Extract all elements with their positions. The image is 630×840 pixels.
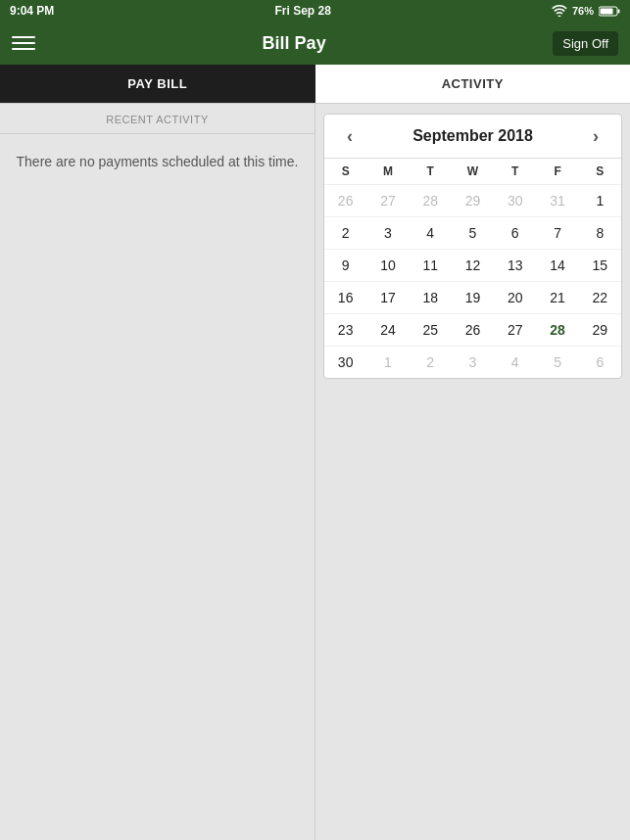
calendar-day[interactable]: 17 xyxy=(366,282,409,314)
calendar: ‹ September 2018 › SMTWTFS 2627282930311… xyxy=(323,114,622,379)
calendar-day[interactable]: 19 xyxy=(452,282,494,314)
calendar-day[interactable]: 22 xyxy=(579,282,621,314)
menu-button[interactable] xyxy=(12,36,35,50)
calendar-day[interactable]: 14 xyxy=(536,250,578,282)
calendar-day[interactable]: 3 xyxy=(452,347,494,379)
calendar-day[interactable]: 4 xyxy=(410,217,452,250)
calendar-day-header: T xyxy=(410,159,452,185)
calendar-day[interactable]: 30 xyxy=(494,185,536,217)
calendar-day-header: S xyxy=(324,159,366,185)
status-bar: 9:04 PM Fri Sep 28 76% xyxy=(0,0,630,22)
calendar-day[interactable]: 6 xyxy=(579,347,621,379)
calendar-day[interactable]: 30 xyxy=(324,347,366,379)
calendar-day[interactable]: 27 xyxy=(366,185,409,217)
calendar-day-header: W xyxy=(452,159,494,185)
calendar-day[interactable]: 8 xyxy=(579,217,621,250)
tab-bar: PAY BILL ACTIVITY xyxy=(0,65,630,104)
wifi-icon xyxy=(552,5,567,17)
calendar-day[interactable]: 24 xyxy=(366,314,409,347)
calendar-day[interactable]: 3 xyxy=(366,217,409,250)
status-time: 9:04 PM xyxy=(10,4,54,18)
calendar-day-header: T xyxy=(494,159,536,185)
calendar-day[interactable]: 16 xyxy=(324,282,366,314)
tab-activity[interactable]: ACTIVITY xyxy=(315,65,631,103)
calendar-day[interactable]: 9 xyxy=(324,250,366,282)
calendar-day[interactable]: 2 xyxy=(410,347,452,379)
calendar-day[interactable]: 4 xyxy=(494,347,536,379)
calendar-day[interactable]: 6 xyxy=(494,217,536,250)
calendar-day[interactable]: 27 xyxy=(494,314,536,347)
calendar-day-header: S xyxy=(579,159,621,185)
calendar-day[interactable]: 13 xyxy=(494,250,536,282)
no-payments-message: There are no payments scheduled at this … xyxy=(0,134,315,189)
left-panel: RECENT ACTIVITY There are no payments sc… xyxy=(0,104,315,840)
svg-rect-1 xyxy=(618,9,620,13)
status-right: 76% xyxy=(552,5,620,17)
calendar-day[interactable]: 29 xyxy=(452,185,494,217)
right-panel: ‹ September 2018 › SMTWTFS 2627282930311… xyxy=(315,104,630,840)
calendar-week-row: 30123456 xyxy=(324,347,621,379)
calendar-day[interactable]: 29 xyxy=(579,314,621,347)
recent-activity-label: RECENT ACTIVITY xyxy=(0,104,315,134)
calendar-day[interactable]: 1 xyxy=(366,347,409,379)
svg-rect-2 xyxy=(601,8,613,14)
calendar-month-year: September 2018 xyxy=(412,127,533,145)
calendar-grid: SMTWTFS 26272829303112345678910111213141… xyxy=(324,159,621,378)
calendar-day[interactable]: 26 xyxy=(324,185,366,217)
calendar-day[interactable]: 11 xyxy=(410,250,452,282)
calendar-day[interactable]: 18 xyxy=(410,282,452,314)
status-date: Fri Sep 28 xyxy=(274,4,330,18)
calendar-day[interactable]: 31 xyxy=(536,185,578,217)
calendar-day[interactable]: 26 xyxy=(452,314,494,347)
calendar-day-header: M xyxy=(366,159,409,185)
calendar-day[interactable]: 20 xyxy=(494,282,536,314)
battery-percentage: 76% xyxy=(572,5,594,17)
header: Bill Pay Sign Off xyxy=(0,22,630,65)
calendar-header: ‹ September 2018 › xyxy=(324,115,621,159)
calendar-day[interactable]: 15 xyxy=(579,250,621,282)
header-title: Bill Pay xyxy=(35,33,553,54)
calendar-week-row: 9101112131415 xyxy=(324,250,621,282)
calendar-week-row: 23242526272829 xyxy=(324,314,621,347)
calendar-day[interactable]: 21 xyxy=(536,282,578,314)
sign-off-button[interactable]: Sign Off xyxy=(553,31,618,56)
calendar-week-row: 16171819202122 xyxy=(324,282,621,314)
calendar-week-row: 2345678 xyxy=(324,217,621,250)
calendar-day[interactable]: 28 xyxy=(536,314,578,347)
calendar-day[interactable]: 1 xyxy=(579,185,621,217)
calendar-day[interactable]: 5 xyxy=(536,347,578,379)
calendar-day[interactable]: 23 xyxy=(324,314,366,347)
tab-pay-bill[interactable]: PAY BILL xyxy=(0,65,315,103)
calendar-day[interactable]: 2 xyxy=(324,217,366,250)
calendar-week-row: 2627282930311 xyxy=(324,185,621,217)
calendar-day[interactable]: 28 xyxy=(410,185,452,217)
main-layout: RECENT ACTIVITY There are no payments sc… xyxy=(0,104,630,840)
calendar-day[interactable]: 5 xyxy=(452,217,494,250)
calendar-prev-button[interactable]: ‹ xyxy=(336,122,363,150)
battery-icon xyxy=(599,6,620,17)
calendar-day[interactable]: 25 xyxy=(410,314,452,347)
calendar-day[interactable]: 10 xyxy=(366,250,409,282)
calendar-next-button[interactable]: › xyxy=(582,122,609,150)
calendar-day[interactable]: 12 xyxy=(452,250,494,282)
calendar-day[interactable]: 7 xyxy=(536,217,578,250)
calendar-day-header: F xyxy=(536,159,578,185)
